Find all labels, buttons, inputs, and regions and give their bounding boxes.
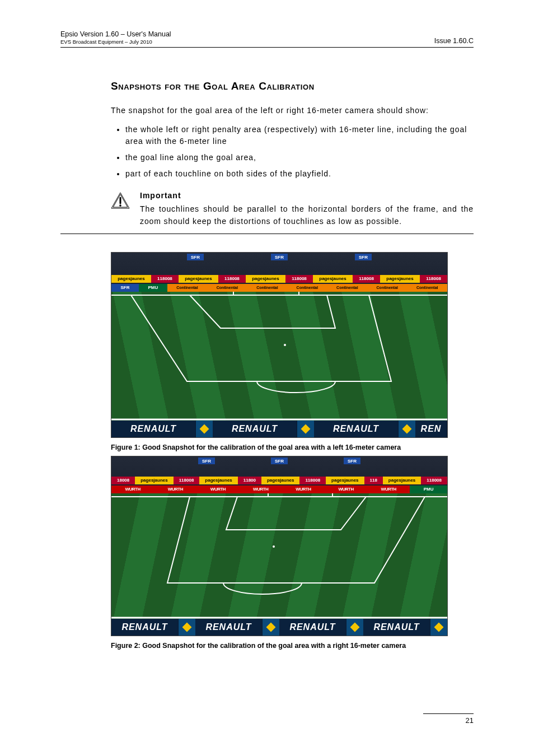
sponsor-pagesjaunes: pagesjaunes [135,477,173,484]
sponsor-renault: RENAULT [195,619,263,636]
sponsor-renault: REN [415,421,447,437]
sponsor-sfr: SFR [271,458,288,464]
renault-logo-icon [179,619,195,636]
renault-logo-icon [263,619,279,636]
svg-point-6 [284,344,286,346]
sponsor-renault: RENAULT [213,421,297,437]
sponsor-renault: RENAULT [314,421,399,437]
sponsor-pagesjaunes: pagesjaunes [199,477,237,484]
renault-logo-icon [399,421,415,437]
header-subline: EVS Broadcast Equipment – July 2010 [60,39,171,45]
page-header: Epsio Version 1.60 – User's Manual EVS B… [60,30,474,45]
sponsor-118008: 11800 [238,477,261,484]
sponsor-118008: 118 [364,477,383,484]
callout-label: Important [140,191,474,200]
sponsor-renault: RENAULT [111,421,196,437]
figure-2-caption: Figure 2: Good Snapshot for the calibrat… [111,642,474,650]
sponsor-continental: Continental [207,284,247,292]
svg-point-3 [119,204,121,207]
bottom-advert-board: RENAULT RENAULT RENAULT REN [111,421,447,437]
sponsor-wurth: WURTH [325,486,367,493]
sponsor-118008: 118008 [151,275,179,283]
sponsor-118008: 118008 [299,477,326,484]
bullet-item: the goal line along the goal area, [125,152,474,164]
sponsor-pmu: PMU [410,486,447,493]
sponsor-continental: Continental [287,284,327,292]
renault-logo-icon [196,421,213,437]
header-product: Epsio Version 1.60 – User's Manual [60,30,171,38]
sponsor-118008: 118008 [353,275,380,283]
sponsor-wurth: WURTH [196,486,239,493]
sponsor-sfr: SFR [198,458,215,464]
section-title: Snapshots for the Goal Area Calibration [111,80,474,92]
sponsor-sfr: SFR [344,458,360,464]
sponsor-wurth: WURTH [111,486,154,493]
sponsor-continental: Continental [167,284,207,292]
sponsor-sfr: SFR [111,284,139,292]
bottom-advert-board: RENAULT RENAULT RENAULT RENAULT [111,619,447,636]
sponsor-renault: RENAULT [363,619,430,636]
sponsor-118008: 118008 [421,477,447,484]
sponsor-pagesjaunes: pagesjaunes [383,477,421,484]
pitch-lines [111,292,447,421]
renault-logo-icon [346,619,363,636]
renault-logo-icon [297,421,314,437]
section-intro: The snapshot for the goal area of the le… [111,105,474,116]
bullet-item: part of each touchline on both sides of … [125,168,474,180]
sponsor-wurth: WURTH [367,486,410,493]
figure-1-image: SFR SFR SFR pagesjaunes 118008 pagesjaun… [111,252,448,438]
sponsor-sfr: SFR [187,254,204,260]
sponsor-pagesjaunes: pagesjaunes [326,477,364,484]
important-callout: Important The touchlines should be paral… [111,191,474,227]
callout-text: The touchlines should be parallel to the… [140,203,474,227]
pitch-lines [111,493,447,619]
svg-point-9 [273,545,275,548]
sponsor-118008: 118008 [174,477,200,484]
figure-2-image: SFR SFR SFR 18008 pagesjaunes 118008 pag… [111,456,448,636]
sponsor-wurth: WURTH [282,486,325,493]
sponsor-pagesjaunes: pagesjaunes [261,477,299,484]
sponsor-118008: 118008 [285,275,313,283]
sponsor-pagesjaunes: pagesjaunes [380,275,420,283]
sponsor-pagesjaunes: pagesjaunes [111,275,151,283]
sponsor-pagesjaunes: pagesjaunes [246,275,285,283]
header-rule [60,47,474,48]
sponsor-sfr: SFR [355,254,372,260]
sponsor-118008: 18008 [111,477,135,484]
section-rule [60,234,474,234]
section-bullets: the whole left or right penalty area (re… [111,124,474,180]
sponsor-continental: Continental [247,284,287,292]
sponsor-renault: RENAULT [279,619,346,636]
renault-logo-icon [430,619,447,636]
page-number: 21 [423,713,474,725]
sponsor-pagesjaunes: pagesjaunes [313,275,353,283]
figure-1-caption: Figure 1: Good Snapshot for the calibrat… [111,444,474,451]
sponsor-118008: 118008 [420,275,447,283]
sponsor-sfr: SFR [271,254,288,260]
sponsor-continental: Continental [407,284,447,292]
figure-1: SFR SFR SFR pagesjaunes 118008 pagesjaun… [111,252,474,451]
sponsor-118008: 118008 [218,275,246,283]
figure-2: SFR SFR SFR 18008 pagesjaunes 118008 pag… [111,456,474,650]
sponsor-pmu: PMU [139,284,167,292]
sponsor-pagesjaunes: pagesjaunes [179,275,218,283]
header-issue: Issue 1.60.C [434,37,474,45]
sponsor-wurth: WURTH [154,486,196,493]
bullet-item: the whole left or right penalty area (re… [125,124,474,147]
sponsor-wurth: WURTH [240,486,282,493]
sponsor-continental: Continental [367,284,407,292]
sponsor-continental: Continental [327,284,367,292]
sponsor-renault: RENAULT [111,619,179,636]
warning-icon [111,192,130,209]
